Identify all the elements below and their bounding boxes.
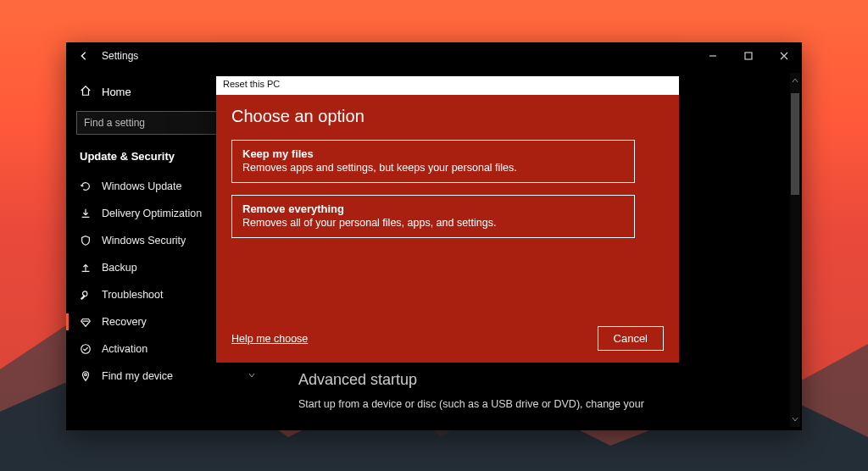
dialog-title: Reset this PC [216,76,679,95]
desktop-wallpaper: Settings Home Find a setting Update & Se… [0,0,868,471]
option-title: Remove everything [242,202,624,215]
cancel-button[interactable]: Cancel [598,326,664,351]
svg-point-4 [85,374,87,376]
download-icon [80,208,92,219]
option-title: Keep my files [242,147,624,160]
sidebar-item-label: Find my device [102,370,173,382]
scrollbar-thumb[interactable] [791,93,799,195]
titlebar: Settings [66,42,802,69]
svg-point-3 [81,345,91,354]
dialog-heading: Choose an option [231,107,664,126]
sidebar-item-label: Windows Update [102,180,182,192]
dialog-body: Choose an option Keep my filesRemoves ap… [216,95,679,363]
sidebar-item-label: Recovery [102,316,147,328]
dialog-footer: Help me choose Cancel [231,326,664,351]
scroll-up-icon[interactable] [790,75,800,86]
vertical-scrollbar[interactable] [790,73,800,427]
window-controls [695,42,802,69]
shield-icon [80,235,92,247]
maximize-button[interactable] [731,42,766,69]
reset-option-keep-my-files[interactable]: Keep my filesRemoves apps and settings, … [231,140,635,183]
advanced-startup-heading: Advanced startup [298,371,782,389]
location-icon [80,370,92,382]
reset-option-remove-everything[interactable]: Remove everythingRemoves all of your per… [231,195,635,238]
help-me-choose-link[interactable]: Help me choose [231,333,308,345]
close-button[interactable] [766,42,802,69]
search-placeholder: Find a setting [84,117,145,129]
sidebar-item-label: Delivery Optimization [102,208,202,219]
home-label: Home [102,86,131,98]
sidebar-item-label: Windows Security [102,235,186,247]
sidebar-item-label: Backup [102,262,137,274]
chevron-down-icon [248,370,256,382]
sidebar-item-label: Troubleshoot [102,289,164,301]
advanced-startup-text: Start up from a device or disc (such as … [298,397,782,413]
recovery-icon [80,316,92,328]
upload-icon [80,262,92,274]
sidebar-item-find-my-device[interactable]: Find my device [66,363,270,390]
minimize-button[interactable] [695,42,731,69]
sidebar-item-label: Activation [102,343,147,355]
option-desc: Removes all of your personal files, apps… [242,217,624,229]
reset-pc-dialog: Reset this PC Choose an option Keep my f… [216,76,679,363]
option-desc: Removes apps and settings, but keeps you… [242,162,624,174]
svg-rect-2 [745,53,752,59]
wrench-icon [80,289,92,301]
check-icon [80,343,92,355]
back-button[interactable] [66,42,102,69]
home-icon [80,85,92,99]
window-title: Settings [102,50,138,62]
scroll-down-icon[interactable] [790,413,800,425]
refresh-icon [80,180,92,192]
